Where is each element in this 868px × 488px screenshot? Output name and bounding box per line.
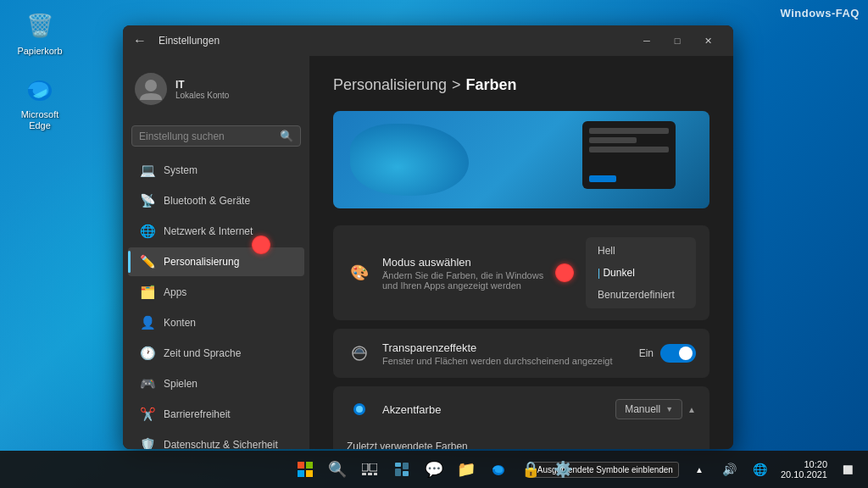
akzent-label: Akzentfarbe: [382, 403, 615, 416]
svg-rect-11: [370, 463, 377, 471]
minimize-button[interactable]: ─: [632, 25, 662, 56]
sidebar-item-bluetooth[interactable]: 📡 Bluetooth & Geräte: [128, 186, 304, 215]
svg-rect-12: [362, 473, 366, 475]
modus-row: 🎨 Modus auswählen Ändern Sie die Farben,…: [333, 225, 709, 320]
user-account-type: Lokales Konto: [175, 91, 229, 100]
taskview-button[interactable]: [356, 456, 383, 483]
user-avatar: [135, 73, 167, 105]
search-taskbar-button[interactable]: 🔍: [324, 456, 351, 483]
sidebar-item-personalization[interactable]: ✏️ Personalisierung: [128, 247, 304, 276]
chevron-up-icon[interactable]: ▲: [687, 405, 696, 414]
desktop-icon-papierkorb[interactable]: 🗑️ Papierkorb: [10, 8, 70, 57]
svg-rect-7: [306, 462, 313, 469]
preview-background: [333, 111, 709, 208]
systray: ▲ 🔊 🌐: [686, 456, 774, 483]
maximize-button[interactable]: □: [662, 25, 693, 56]
search-input[interactable]: [139, 130, 275, 142]
widgets-button[interactable]: [388, 456, 415, 483]
start-button[interactable]: [292, 456, 319, 483]
taskbar-time-value: 10:20: [781, 459, 827, 469]
sidebar-item-network[interactable]: 🌐 Netzwerk & Internet: [128, 217, 304, 246]
modus-title: Modus auswählen: [382, 256, 555, 269]
edge-desktop-icon: [23, 72, 57, 106]
modus-section: 🎨 Modus auswählen Ändern Sie die Farben,…: [333, 225, 709, 320]
edge-label: Microsoft Edge: [10, 109, 70, 131]
modus-text: Modus auswählen Ändern Sie die Farben, d…: [382, 256, 555, 291]
sidebar-item-time[interactable]: 🕐 Zeit und Sprache: [128, 339, 304, 368]
desktop-icon-edge[interactable]: Microsoft Edge: [10, 72, 70, 131]
breadcrumb-parent: Personalisierung: [333, 76, 447, 94]
akzent-value: Manuell: [625, 403, 660, 415]
systray-arrow[interactable]: ▲: [686, 456, 713, 483]
accounts-label: Konten: [164, 317, 196, 329]
notification-button[interactable]: ⬜: [834, 456, 861, 483]
svg-point-1: [145, 80, 157, 92]
personalization-icon: ✏️: [140, 254, 155, 269]
sidebar-item-system[interactable]: 💻 System: [128, 156, 304, 185]
breadcrumb-separator: >: [452, 76, 461, 94]
taskbar-date-value: 20.10.2021: [781, 469, 827, 480]
taskbar-center: 🔍 💬 📁: [292, 456, 576, 483]
network-label: Netzwerk & Internet: [164, 225, 253, 237]
sidebar-item-gaming[interactable]: 🎮 Spielen: [128, 369, 304, 398]
svg-rect-6: [298, 462, 304, 469]
explorer-button[interactable]: 📁: [453, 456, 480, 483]
personalization-label: Personalisierung: [164, 256, 239, 268]
sidebar-item-accounts[interactable]: 👤 Konten: [128, 308, 304, 337]
desktop: Windows-FAQ 🗑️ Papierkorb Microsoft Edge…: [0, 0, 868, 488]
toggle-label: Ein: [639, 347, 654, 359]
titlebar-controls: ─ □ ✕: [632, 25, 723, 56]
close-button[interactable]: ✕: [693, 25, 723, 56]
svg-rect-16: [403, 463, 409, 469]
taskbar-time: 10:20 20.10.2021: [781, 459, 827, 480]
papierkorb-icon: 🗑️: [23, 8, 57, 42]
bluetooth-label: Bluetooth & Geräte: [164, 195, 250, 207]
accounts-icon: 👤: [140, 315, 155, 330]
mockup-line-1: [589, 128, 669, 134]
back-button[interactable]: ←: [133, 33, 147, 48]
settings-body: IT Lokales Konto 🔍 💻 System 📡 Bluetooth: [123, 56, 733, 449]
svg-rect-9: [306, 470, 313, 477]
sidebar-item-accessibility[interactable]: ✂️ Barrierefreiheit: [128, 400, 304, 429]
mockup-line-3: [589, 147, 669, 152]
mode-option-benutzerdefiniert[interactable]: Benutzerdefiniert: [586, 285, 696, 305]
gaming-label: Spielen: [164, 378, 198, 390]
sidebar-item-apps[interactable]: 🗂️ Apps: [128, 278, 304, 307]
akzent-dropdown[interactable]: Manuell ▼: [615, 399, 682, 419]
teams-chat-button[interactable]: 💬: [420, 456, 448, 483]
desktop-icons: 🗑️ Papierkorb Microsoft Edge: [10, 8, 70, 132]
security-taskbar-button[interactable]: 🔒: [517, 456, 544, 483]
mockup-button: [589, 175, 616, 182]
edge-taskbar-button[interactable]: [485, 456, 512, 483]
svg-rect-15: [395, 463, 401, 467]
network-icon: 🌐: [140, 224, 155, 239]
transparenz-section: Transparenzeffekte Fenster und Flächen w…: [333, 329, 709, 378]
accessibility-label: Barrierefreiheit: [164, 408, 231, 420]
transparenz-title: Transparenzeffekte: [382, 341, 639, 354]
transparenz-subtitle: Fenster und Flächen werden durchscheinen…: [382, 356, 639, 366]
colors-label: Zuletzt verwendete Farben: [347, 441, 696, 449]
time-icon: 🕐: [140, 346, 155, 361]
modus-control: Hell Dunkel Benutzerdefiniert: [555, 237, 696, 308]
sidebar: IT Lokales Konto 🔍 💻 System 📡 Bluetooth: [123, 56, 309, 449]
search-box[interactable]: 🔍: [131, 125, 301, 147]
transparenz-control: Ein: [639, 344, 696, 363]
sidebar-item-privacy[interactable]: 🛡️ Datenschutz & Sicherheit: [128, 430, 304, 449]
akzent-section: Akzentfarbe Manuell ▼ ▲ Zuletzt verwende…: [333, 386, 709, 449]
volume-icon[interactable]: 🔊: [716, 456, 743, 483]
titlebar: ← Einstellungen ─ □ ✕: [123, 25, 733, 56]
page-header: Personalisierung > Farben: [333, 76, 709, 94]
papierkorb-label: Papierkorb: [17, 46, 62, 57]
svg-rect-17: [395, 469, 401, 476]
svg-rect-8: [298, 470, 304, 477]
gaming-icon: 🎮: [140, 376, 155, 391]
chevron-down-icon: ▼: [665, 405, 673, 413]
svg-rect-14: [374, 473, 377, 475]
network-systray-icon[interactable]: 🌐: [747, 456, 774, 483]
transparenz-toggle[interactable]: [660, 344, 696, 363]
mode-option-dunkel[interactable]: Dunkel: [586, 263, 696, 283]
mode-option-hell[interactable]: Hell: [586, 241, 696, 261]
breadcrumb: Personalisierung > Farben: [333, 76, 709, 94]
modus-subtitle: Ändern Sie die Farben, die in Windows un…: [382, 270, 555, 291]
settings-taskbar-button[interactable]: ⚙️: [549, 456, 576, 483]
